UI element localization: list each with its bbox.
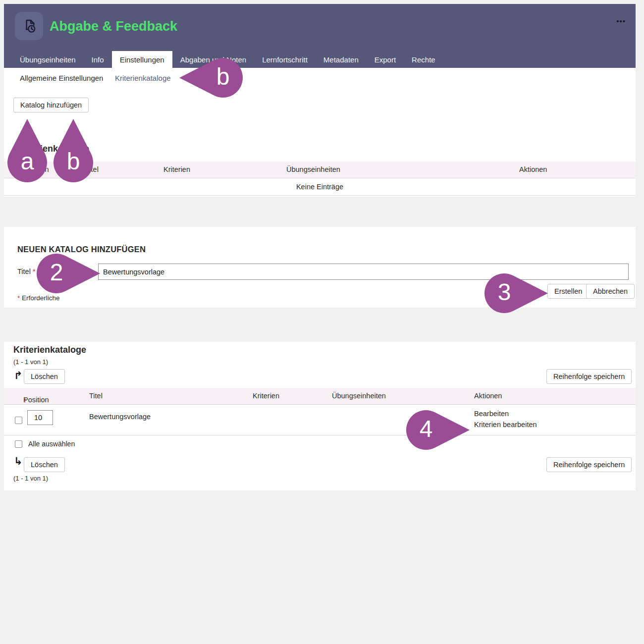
tab-rechte[interactable]: Rechte <box>404 51 443 68</box>
tab-bar: Übungseinheiten Info Einstellungen Abgab… <box>4 51 636 68</box>
subtab-allgemeine-einstellungen[interactable]: Allgemeine Einstellungen <box>20 74 103 82</box>
required-note: * Erforderliche <box>17 294 60 302</box>
edit-criteria-action-link[interactable]: Kriterien bearbeiten <box>474 421 537 429</box>
empty-table-header-row: Position Titel Kriterien Übungseinheiten… <box>4 161 636 178</box>
title-field-label: Titel * <box>17 268 36 275</box>
subtab-kriterienkataloge[interactable]: Kriterienkataloge <box>115 74 171 82</box>
table-header-row: Position ↑ Titel Kriterien Übungseinheit… <box>4 388 636 405</box>
save-order-button-bottom[interactable]: Reihenfolge speichern <box>546 457 632 472</box>
title-input[interactable] <box>98 264 629 280</box>
required-asterisk: * <box>33 268 36 275</box>
column-kriterien: Kriterien <box>163 165 190 173</box>
tab-einstellungen[interactable]: Einstellungen <box>112 51 172 68</box>
tab-export[interactable]: Export <box>367 51 404 68</box>
row-checkbox[interactable] <box>15 417 22 424</box>
delete-button-bottom[interactable]: Löschen <box>24 457 65 472</box>
annotation-label: 2 <box>50 261 63 284</box>
annotation-4-actions: 4 <box>405 409 471 451</box>
select-all-label: Alle auswählen <box>28 440 75 448</box>
tab-uebungseinheiten[interactable]: Übungseinheiten <box>12 51 84 68</box>
required-asterisk: * <box>17 294 20 302</box>
apply-to-selected-bottom-icon: ↳ <box>14 456 23 466</box>
empty-table-message: Keine Einträge <box>4 183 636 196</box>
object-header: Abgabe & Feedback ••• <box>4 4 636 51</box>
table-heading: Kriterienkataloge <box>13 345 86 355</box>
column-uebungseinheiten: Übungseinheiten <box>286 165 340 173</box>
page-title: Abgabe & Feedback <box>50 19 177 34</box>
annotation-b-add-button: b <box>53 118 94 183</box>
apply-to-selected-top-icon: ↱ <box>14 370 23 380</box>
object-panel: Abgabe & Feedback ••• Übungseinheiten In… <box>4 4 636 197</box>
delete-button-top[interactable]: Löschen <box>24 369 65 384</box>
column-titel: Titel <box>89 392 103 400</box>
annotation-label: 4 <box>420 417 433 441</box>
more-actions-icon[interactable]: ••• <box>616 17 626 25</box>
add-catalog-button[interactable]: Katalog hinzufügen <box>13 98 89 112</box>
column-uebungseinheiten: Übungseinheiten <box>332 392 386 400</box>
tab-metadaten[interactable]: Metadaten <box>316 51 367 68</box>
table-row: Bewertungsvorlage Bearbeiten Kriterien b… <box>4 405 636 435</box>
save-order-button-top[interactable]: Reihenfolge speichern <box>546 369 632 384</box>
annotation-2-title-input: 2 <box>36 253 101 294</box>
exercise-icon <box>15 12 43 40</box>
annotation-label: 3 <box>498 280 511 304</box>
result-count-bottom: (1 - 1 von 1) <box>13 475 48 482</box>
annotation-label: a <box>21 150 34 173</box>
column-aktionen: Aktionen <box>474 392 502 400</box>
tab-lernfortschritt[interactable]: Lernfortschritt <box>254 51 316 68</box>
column-kriterien: Kriterien <box>253 392 279 400</box>
catalogs-panel: Kriterienkataloge (1 - 1 von 1) ↱ Lösche… <box>4 342 636 490</box>
result-count-top: (1 - 1 von 1) <box>13 358 48 366</box>
annotation-b-subtab: b <box>178 57 244 99</box>
create-button[interactable]: Erstellen <box>547 284 589 299</box>
select-all-checkbox[interactable] <box>15 440 22 448</box>
annotation-label: b <box>216 65 230 89</box>
column-aktionen: Aktionen <box>519 165 547 173</box>
position-input[interactable] <box>27 410 53 425</box>
sort-ascending-icon: ↑ <box>23 396 27 404</box>
edit-action-link[interactable]: Bearbeiten <box>474 410 509 418</box>
annotation-label: b <box>67 150 80 173</box>
annotation-a-add-button: a <box>6 118 48 183</box>
cancel-button[interactable]: Abbrechen <box>586 284 635 299</box>
tab-info[interactable]: Info <box>84 51 112 68</box>
annotation-3-create-button: 3 <box>483 272 549 314</box>
row-title: Bewertungsvorlage <box>89 413 151 421</box>
